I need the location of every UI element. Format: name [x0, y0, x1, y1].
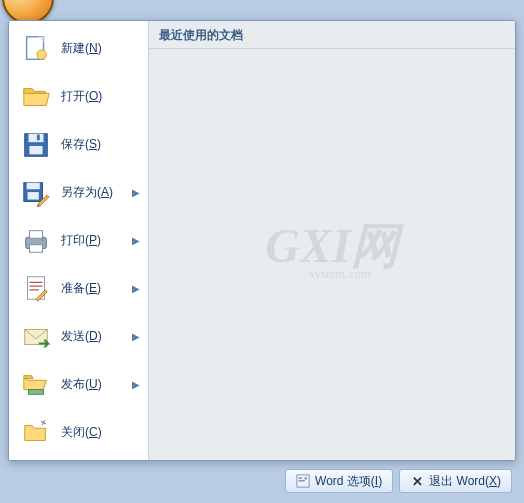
menu-label-send: 发送(D) — [61, 328, 128, 345]
menu-item-open[interactable]: 打开(O) — [9, 73, 148, 121]
svg-rect-6 — [37, 134, 40, 140]
new-document-icon — [21, 34, 51, 64]
chevron-right-icon: ▶ — [132, 379, 140, 390]
svg-rect-4 — [29, 133, 44, 141]
menu-item-prepare[interactable]: 准备(E) ▶ — [9, 264, 148, 312]
chevron-right-icon: ▶ — [132, 331, 140, 342]
menu-item-print[interactable]: 打印(P) ▶ — [9, 217, 148, 265]
options-icon — [296, 474, 310, 488]
svg-point-2 — [37, 50, 46, 59]
menu-label-prepare: 准备(E) — [61, 280, 128, 297]
menu-label-new: 新建(N) — [61, 40, 140, 57]
chevron-right-icon: ▶ — [132, 235, 140, 246]
menu-label-close: 关闭(C) — [61, 424, 140, 441]
svg-point-22 — [304, 477, 306, 479]
open-folder-icon — [21, 82, 51, 112]
menu-label-publish: 发布(U) — [61, 376, 128, 393]
publish-server-icon — [21, 369, 51, 399]
svg-rect-8 — [27, 182, 40, 189]
watermark-line2: system.com — [265, 266, 398, 282]
menu-item-publish[interactable]: 发布(U) ▶ — [9, 360, 148, 408]
office-menu-panel: 新建(N) 打开(O) 保存(S) 另存为(A) ▶ 打印(P) — [8, 20, 516, 461]
watermark: GXI网 system.com — [265, 222, 398, 282]
save-floppy-icon — [21, 130, 51, 160]
close-x-icon: ✕ — [410, 474, 424, 488]
svg-point-17 — [30, 391, 32, 393]
chevron-right-icon: ▶ — [132, 187, 140, 198]
saveas-floppy-pencil-icon — [21, 178, 51, 208]
menu-item-new[interactable]: 新建(N) — [9, 25, 148, 73]
footer-bar: Word 选项(I) ✕ 退出 Word(X) — [8, 465, 516, 497]
svg-point-18 — [34, 391, 36, 393]
menu-label-save: 保存(S) — [61, 136, 140, 153]
menu-item-saveas[interactable]: 另存为(A) ▶ — [9, 169, 148, 217]
watermark-line1: GXI网 — [265, 222, 398, 270]
svg-rect-21 — [299, 480, 305, 481]
word-options-label: Word 选项(I) — [315, 473, 382, 490]
recent-documents-panel: 最近使用的文档 GXI网 system.com — [149, 21, 515, 460]
svg-rect-12 — [29, 244, 42, 252]
exit-word-label: 退出 Word(X) — [429, 473, 501, 490]
svg-rect-9 — [28, 192, 39, 200]
menu-item-close[interactable]: 关闭(C) — [9, 408, 148, 456]
svg-rect-11 — [29, 230, 42, 238]
svg-rect-20 — [299, 478, 303, 479]
menu-label-open: 打开(O) — [61, 88, 140, 105]
exit-word-button[interactable]: ✕ 退出 Word(X) — [399, 469, 512, 493]
close-folder-icon — [21, 417, 51, 447]
menu-left-column: 新建(N) 打开(O) 保存(S) 另存为(A) ▶ 打印(P) — [9, 21, 149, 460]
prepare-document-icon — [21, 273, 51, 303]
recent-documents-list: GXI网 system.com — [149, 49, 515, 460]
menu-item-send[interactable]: 发送(D) ▶ — [9, 312, 148, 360]
menu-label-saveas: 另存为(A) — [61, 184, 128, 201]
word-options-button[interactable]: Word 选项(I) — [285, 469, 393, 493]
svg-rect-5 — [29, 146, 42, 154]
svg-point-13 — [41, 238, 43, 240]
menu-item-save[interactable]: 保存(S) — [9, 121, 148, 169]
send-envelope-icon — [21, 321, 51, 351]
menu-label-print: 打印(P) — [61, 232, 128, 249]
printer-icon — [21, 226, 51, 256]
chevron-right-icon: ▶ — [132, 283, 140, 294]
recent-documents-header: 最近使用的文档 — [149, 21, 515, 49]
